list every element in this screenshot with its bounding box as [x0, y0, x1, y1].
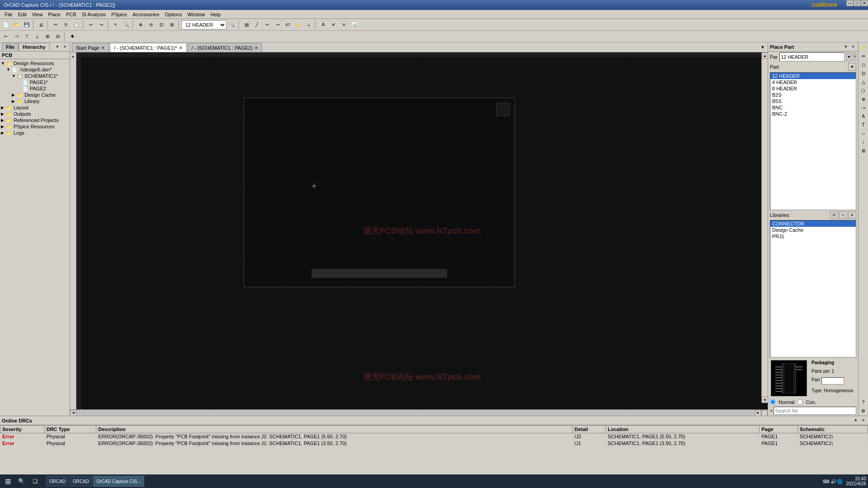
- tree-page2[interactable]: 📄 PAGE2: [1, 85, 69, 92]
- tree-dsn[interactable]: ▼ 📄 .\\design5.dsn*: [1, 66, 69, 73]
- part-item-bnc[interactable]: BNC: [770, 104, 856, 111]
- edge-btn-2[interactable]: ✏: [859, 52, 868, 60]
- scroll-right-btn[interactable]: ►: [755, 410, 761, 416]
- part-item-bnc2[interactable]: BNC-2: [770, 111, 856, 117]
- scroll-left-btn[interactable]: ◄: [70, 410, 76, 416]
- edge-btn-6[interactable]: ⬡: [859, 86, 868, 94]
- zoom-all-button[interactable]: ⊞: [167, 20, 177, 30]
- tab-start-page[interactable]: Start Page ✕: [72, 43, 109, 52]
- place-gnd-btn[interactable]: ⏚: [304, 20, 314, 30]
- panel-close-right-btn[interactable]: ✕: [850, 44, 856, 50]
- part-filter-btn[interactable]: ▼: [848, 63, 856, 71]
- scroll-up-btn[interactable]: ▲: [762, 52, 768, 59]
- tab-close-icon[interactable]: ✕: [255, 46, 258, 50]
- menu-options[interactable]: Options: [162, 11, 184, 18]
- tree-referenced-projects[interactable]: ▶ 📁 Referenced Projects: [1, 117, 69, 123]
- schematic-canvas[interactable]: + 逆天PCB论坛 www.NTpcb.com 逆天PCB论坛 www.NTpc…: [76, 52, 768, 409]
- bom-btn[interactable]: 📊: [349, 20, 359, 30]
- annotate-btn[interactable]: A: [318, 20, 328, 30]
- paste-button[interactable]: 📋: [71, 20, 81, 30]
- zoom-out-button[interactable]: ⊖: [146, 20, 156, 30]
- new-button[interactable]: 📄: [1, 20, 11, 30]
- radio-normal[interactable]: [770, 399, 776, 405]
- menu-window[interactable]: Window: [184, 11, 208, 18]
- edge-btn-3[interactable]: ◻: [859, 61, 868, 69]
- edge-btn-8[interactable]: ⊸: [859, 103, 868, 112]
- panel-collapse-btn[interactable]: ▼: [54, 44, 61, 50]
- drc-close-btn[interactable]: ✕: [860, 418, 866, 424]
- lib-remove-btn[interactable]: ✕: [848, 211, 856, 219]
- cut-button[interactable]: ✂: [51, 20, 61, 30]
- tree-design-cache[interactable]: ▶ 📁 Design Cache: [1, 92, 69, 98]
- copy-button[interactable]: ⎘: [61, 20, 71, 30]
- tree-design-resources[interactable]: ▼ 📁 Design Resources: [1, 60, 69, 66]
- menu-view[interactable]: View: [29, 11, 46, 18]
- taskbar-orcad-1[interactable]: ORCAD: [46, 476, 69, 487]
- edge-btn-11[interactable]: ↔: [859, 129, 868, 137]
- print-button[interactable]: 🖨: [36, 20, 46, 30]
- part-pkg-input[interactable]: [821, 377, 844, 385]
- lib-refresh-btn[interactable]: ↺: [830, 211, 838, 219]
- edge-btn-5[interactable]: △: [859, 78, 868, 86]
- taskbar-orcad-2[interactable]: ORCAD: [70, 476, 92, 487]
- part-item-12header[interactable]: 12 HEADER: [770, 73, 856, 79]
- tab-schematic1-page2[interactable]: / - (SCHEMATIC1 : PAGE2) ✕: [188, 43, 262, 52]
- zoom-area-button[interactable]: 🔍: [121, 20, 131, 30]
- undo-button[interactable]: ↩: [86, 20, 96, 30]
- place-net-btn[interactable]: 🏷: [283, 20, 293, 30]
- panel-close-btn[interactable]: ✕: [61, 44, 68, 50]
- part-item-8header[interactable]: 8 HEADER: [770, 85, 856, 92]
- libraries-list[interactable]: CONNECTOR Design Cache PRJ1: [770, 220, 856, 358]
- part-item-b5s[interactable]: B5S: [770, 98, 856, 104]
- table-row[interactable]: Error Physical ERROR(ORCAP-36002): Prope…: [0, 433, 868, 440]
- lib-connector[interactable]: CONNECTOR: [770, 221, 856, 227]
- pointer-button[interactable]: ↖: [111, 20, 121, 30]
- place-bus-btn[interactable]: ═: [262, 20, 272, 30]
- save-button[interactable]: 💾: [22, 20, 32, 30]
- edge-btn-12[interactable]: ↕: [859, 138, 868, 146]
- align-right-btn[interactable]: ⊣: [11, 32, 21, 42]
- filter-button[interactable]: ▼: [846, 53, 851, 61]
- parts-list[interactable]: 12 HEADER 4 HEADER 8 HEADER B2S B5S BNC …: [770, 72, 856, 210]
- align-top-btn[interactable]: ⊤: [22, 32, 32, 42]
- tab-close-icon[interactable]: ✕: [101, 46, 105, 50]
- tree-schematic1[interactable]: ▼ 📋 SCHEMATIC1*: [1, 73, 69, 79]
- menu-file[interactable]: File: [2, 11, 15, 18]
- tab-file[interactable]: File: [2, 43, 19, 51]
- edge-btn-13[interactable]: ⊞: [859, 146, 868, 155]
- edge-btn-7[interactable]: ⊕: [859, 95, 868, 103]
- tab-schematic1-page1[interactable]: / - (SCHEMATIC1 : PAGE1)* ✕: [110, 43, 187, 52]
- part-item-b2s[interactable]: B2S: [770, 92, 856, 98]
- tree-library[interactable]: ▶ 📁 Library: [1, 98, 69, 104]
- menu-si-analysis[interactable]: SI Analysis: [79, 11, 109, 18]
- canvas-scroll-up[interactable]: ▲: [71, 53, 76, 59]
- start-button[interactable]: ⊞: [2, 475, 14, 487]
- menu-place[interactable]: Place: [45, 11, 63, 18]
- taskbar-orcad-capture[interactable]: OrCAD Capture CIS...: [93, 476, 144, 487]
- place-part-btn[interactable]: ▤: [241, 20, 251, 30]
- search-taskbar-btn[interactable]: 🔍: [15, 475, 27, 487]
- tree-logs[interactable]: ▶ 📁 Logs: [1, 130, 69, 136]
- menu-accessories[interactable]: Accessories: [130, 11, 162, 18]
- tree-page1[interactable]: 📄 PAGE1*: [1, 79, 69, 85]
- search-input[interactable]: [774, 407, 856, 415]
- radio-con[interactable]: [797, 399, 803, 405]
- panel-minimize-btn[interactable]: ▼: [843, 44, 849, 50]
- lib-prj1[interactable]: PRJ1: [770, 233, 856, 239]
- lib-add-btn[interactable]: +: [839, 211, 847, 219]
- tree-pspice-resources[interactable]: ▶ 📁 PSpice Resources: [1, 123, 69, 130]
- menu-pcb[interactable]: PCB: [63, 11, 79, 18]
- align-bottom-btn[interactable]: ⊥: [32, 32, 42, 42]
- netlist-btn[interactable]: ≡: [339, 20, 349, 30]
- edge-btn-9[interactable]: A: [859, 112, 868, 120]
- add-crossover-btn[interactable]: ✚: [67, 32, 77, 42]
- minimize-button[interactable]: ─: [846, 0, 854, 6]
- menu-help[interactable]: Help: [208, 11, 224, 18]
- menu-pspice[interactable]: PSpice: [108, 11, 130, 18]
- scroll-down-btn[interactable]: ▼: [762, 397, 768, 403]
- edge-btn-4[interactable]: ⊡: [859, 69, 868, 77]
- edge-btn-bottom2[interactable]: ⚙: [859, 407, 868, 415]
- tab-close-icon[interactable]: ✕: [179, 46, 183, 50]
- close-button[interactable]: ✕: [861, 0, 868, 6]
- tab-dropdown-btn[interactable]: ▼: [758, 42, 768, 52]
